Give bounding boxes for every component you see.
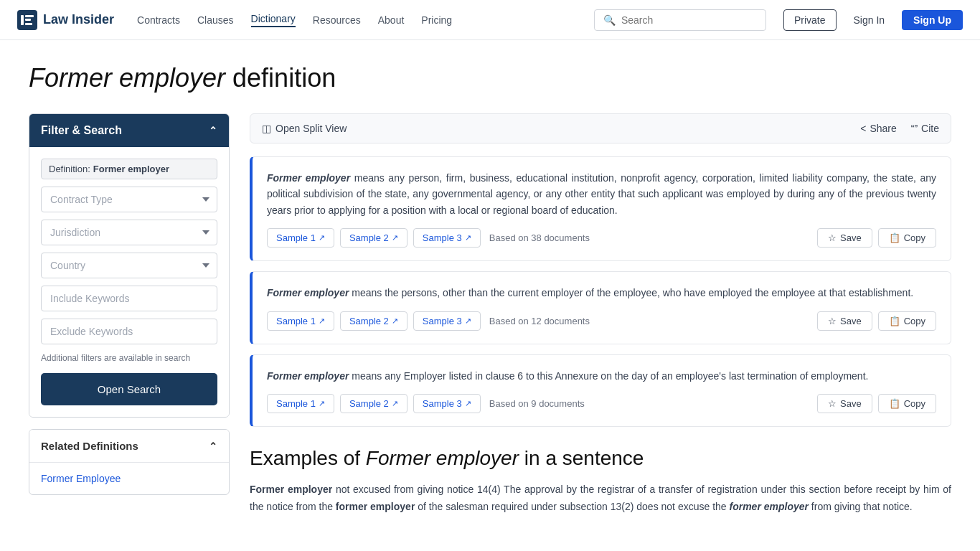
share-label: Share bbox=[870, 123, 896, 134]
star-icon-2: ☆ bbox=[828, 316, 837, 326]
cite-button[interactable]: “” Cite bbox=[911, 123, 939, 134]
sample1-label-1: Sample 1 bbox=[276, 232, 316, 243]
external-icon-1b: ↗ bbox=[392, 233, 398, 242]
based-on-1: Based on 38 documents bbox=[489, 232, 590, 243]
definition-body-3: means any Employer listed in clause 6 to… bbox=[349, 370, 868, 382]
logo-text: Law Insider bbox=[43, 12, 114, 27]
page-title-normal: definition bbox=[225, 63, 336, 93]
external-icon-3a: ↗ bbox=[319, 399, 325, 408]
sample1-btn-1[interactable]: Sample 1 ↗ bbox=[267, 228, 334, 248]
sample3-label-2: Sample 3 bbox=[423, 316, 462, 326]
related-header: Related Definitions ⌃ bbox=[29, 430, 229, 463]
logo[interactable]: Law Insider bbox=[17, 10, 114, 30]
definition-body-2: means the persons, other than the curren… bbox=[349, 287, 913, 298]
external-icon-2a: ↗ bbox=[319, 316, 325, 326]
card-actions-2: ☆ Save 📋 Copy bbox=[817, 311, 936, 331]
copy-btn-1[interactable]: 📋 Copy bbox=[878, 228, 936, 248]
private-button[interactable]: Private bbox=[783, 9, 837, 31]
nav-contracts[interactable]: Contracts bbox=[137, 14, 180, 26]
sample3-btn-1[interactable]: Sample 3 ↗ bbox=[413, 228, 481, 248]
save-label-1: Save bbox=[840, 232, 862, 243]
country-select[interactable]: Country bbox=[41, 253, 217, 278]
header-search-box: 🔍 bbox=[594, 9, 766, 31]
based-on-2: Based on 12 documents bbox=[489, 316, 590, 326]
card-footer-3: Sample 1 ↗ Sample 2 ↗ Sample 3 ↗ Based o… bbox=[267, 394, 936, 413]
exclude-keywords-input[interactable] bbox=[41, 319, 217, 344]
sample1-btn-2[interactable]: Sample 1 ↗ bbox=[267, 311, 334, 331]
sample2-btn-1[interactable]: Sample 2 ↗ bbox=[340, 228, 407, 248]
nav-clauses[interactable]: Clauses bbox=[197, 14, 234, 26]
include-keywords-input[interactable] bbox=[41, 286, 217, 311]
signin-button[interactable]: Sign In bbox=[844, 10, 895, 30]
logo-icon bbox=[17, 10, 37, 30]
sample1-btn-3[interactable]: Sample 1 ↗ bbox=[267, 394, 334, 413]
definition-card-2: Former employer means the persons, other… bbox=[250, 271, 951, 344]
definition-value: Former employer bbox=[93, 164, 169, 174]
sample3-btn-3[interactable]: Sample 3 ↗ bbox=[413, 394, 481, 413]
related-collapse-icon[interactable]: ⌃ bbox=[209, 441, 217, 452]
examples-suffix: in a sentence bbox=[519, 447, 644, 469]
copy-btn-3[interactable]: 📋 Copy bbox=[878, 394, 936, 413]
definition-tag: Definition: Former employer bbox=[41, 159, 217, 179]
toolbar: ◫ Open Split View < Share “” Cite bbox=[250, 113, 951, 143]
main-content: ◫ Open Split View < Share “” Cite bbox=[250, 113, 951, 516]
main-container: Former employer definition Filter & Sear… bbox=[0, 40, 980, 539]
star-icon-3: ☆ bbox=[828, 398, 837, 409]
share-button[interactable]: < Share bbox=[860, 123, 897, 134]
star-icon-1: ☆ bbox=[828, 232, 837, 243]
save-btn-1[interactable]: ☆ Save bbox=[817, 228, 872, 248]
split-view-icon: ◫ bbox=[262, 123, 271, 134]
signup-button[interactable]: Sign Up bbox=[902, 10, 963, 30]
external-icon-1c: ↗ bbox=[465, 233, 471, 242]
save-btn-3[interactable]: ☆ Save bbox=[817, 394, 872, 413]
filter-header: Filter & Search ⌃ bbox=[29, 114, 229, 147]
example-text: Former employer not excused from giving … bbox=[250, 481, 951, 516]
external-icon-3b: ↗ bbox=[392, 399, 398, 408]
main-nav: Contracts Clauses Dictionary Resources A… bbox=[137, 13, 577, 27]
sample3-label-1: Sample 3 bbox=[423, 232, 462, 243]
search-input[interactable] bbox=[621, 14, 757, 26]
definition-term-2: Former employer bbox=[267, 287, 349, 298]
filter-note: Additional filters are available in sear… bbox=[41, 353, 217, 363]
copy-label-2: Copy bbox=[904, 316, 925, 326]
content-layout: Filter & Search ⌃ Definition: Former emp… bbox=[29, 113, 951, 516]
sample2-btn-3[interactable]: Sample 2 ↗ bbox=[340, 394, 407, 413]
svg-rect-4 bbox=[25, 23, 32, 25]
filter-title: Filter & Search bbox=[41, 124, 122, 137]
nav-pricing[interactable]: Pricing bbox=[421, 14, 452, 26]
related-item-former-employee[interactable]: Former Employee bbox=[41, 473, 121, 484]
save-btn-2[interactable]: ☆ Save bbox=[817, 311, 872, 331]
definition-card-1: Former employer means any person, firm, … bbox=[250, 156, 951, 261]
svg-rect-2 bbox=[25, 15, 34, 17]
split-view-button[interactable]: ◫ Open Split View bbox=[262, 123, 347, 134]
filter-body: Definition: Former employer Contract Typ… bbox=[29, 147, 229, 417]
card-actions-3: ☆ Save 📋 Copy bbox=[817, 394, 936, 413]
nav-dictionary[interactable]: Dictionary bbox=[251, 13, 296, 27]
cite-icon: “” bbox=[911, 123, 918, 134]
jurisdiction-select[interactable]: Jurisdiction bbox=[41, 220, 217, 245]
contract-type-select[interactable]: Contract Type bbox=[41, 187, 217, 212]
sidebar: Filter & Search ⌃ Definition: Former emp… bbox=[29, 113, 230, 516]
filter-collapse-icon[interactable]: ⌃ bbox=[209, 125, 217, 136]
card-actions-1: ☆ Save 📋 Copy bbox=[817, 228, 936, 248]
copy-btn-2[interactable]: 📋 Copy bbox=[878, 311, 936, 331]
open-search-button[interactable]: Open Search bbox=[41, 373, 217, 405]
definition-card-3: Former employer means any Employer liste… bbox=[250, 354, 951, 427]
split-view-label: Open Split View bbox=[275, 123, 347, 134]
nav-resources[interactable]: Resources bbox=[313, 14, 361, 26]
cite-label: Cite bbox=[921, 123, 939, 134]
sample2-label-3: Sample 2 bbox=[349, 398, 389, 409]
copy-icon-2: 📋 bbox=[889, 316, 900, 326]
sample2-btn-2[interactable]: Sample 2 ↗ bbox=[340, 311, 407, 331]
search-icon: 🔍 bbox=[603, 14, 616, 26]
copy-label-1: Copy bbox=[904, 232, 925, 243]
filter-box: Filter & Search ⌃ Definition: Former emp… bbox=[29, 113, 230, 418]
related-definitions-box: Related Definitions ⌃ Former Employee bbox=[29, 429, 230, 495]
definition-term-1: Former employer bbox=[267, 172, 350, 184]
related-title: Related Definitions bbox=[41, 440, 138, 452]
based-on-3: Based on 9 documents bbox=[489, 398, 585, 409]
nav-about[interactable]: About bbox=[378, 14, 405, 26]
external-icon-2c: ↗ bbox=[465, 316, 471, 326]
card-footer-1: Sample 1 ↗ Sample 2 ↗ Sample 3 ↗ Based o… bbox=[267, 228, 936, 248]
sample3-btn-2[interactable]: Sample 3 ↗ bbox=[413, 311, 481, 331]
